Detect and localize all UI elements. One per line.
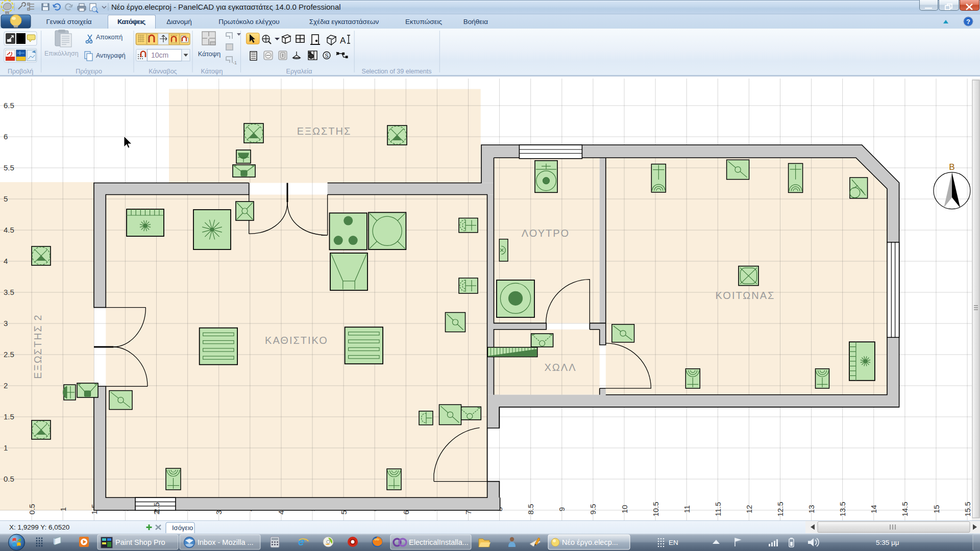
svg-text:13: 13 <box>807 505 816 514</box>
svg-text:ElectricalInstalla...: ElectricalInstalla... <box>409 538 469 546</box>
svg-text:2.5: 2.5 <box>152 503 161 513</box>
svg-text:15: 15 <box>932 505 941 514</box>
svg-text:10.5: 10.5 <box>651 502 660 516</box>
svg-text:Πρωτόκολο ελέγχου: Πρωτόκολο ελέγχου <box>218 18 279 26</box>
svg-text:EN: EN <box>669 539 678 546</box>
svg-text:Αποκοπή: Αποκοπή <box>96 34 122 41</box>
svg-text:10cm: 10cm <box>151 51 168 59</box>
svg-text:X: 1,9299 Y: 6,0520: X: 1,9299 Y: 6,0520 <box>9 523 69 531</box>
svg-text:Ισόγειο: Ισόγειο <box>172 524 193 532</box>
svg-text:Γενικά στοιχεία: Γενικά στοιχεία <box>46 18 91 26</box>
svg-text:15.5: 15.5 <box>963 502 972 516</box>
svg-text:9.5: 9.5 <box>589 504 597 515</box>
svg-text:5: 5 <box>4 194 8 203</box>
svg-text:14: 14 <box>869 505 878 514</box>
svg-text:Διανομή: Διανομή <box>166 18 191 26</box>
svg-text:Paint Shop Pro: Paint Shop Pro <box>115 538 165 546</box>
svg-text:1: 1 <box>4 443 8 452</box>
svg-text:9: 9 <box>557 507 566 511</box>
svg-text:ΧΩΛΛ: ΧΩΛΛ <box>544 362 576 373</box>
svg-text:0.5: 0.5 <box>28 504 36 515</box>
svg-text:e: e <box>298 535 304 548</box>
svg-text:Κάτοψη: Κάτοψη <box>198 50 221 58</box>
svg-text:Κάτοψη: Κάτοψη <box>201 68 223 75</box>
svg-text:3: 3 <box>4 319 8 328</box>
svg-text:Εκτυπώσεις: Εκτυπώσεις <box>405 18 442 26</box>
svg-text:ΛΟΥΤΡΟ: ΛΟΥΤΡΟ <box>522 228 570 239</box>
svg-text:Πρόχειρο: Πρόχειρο <box>76 68 102 75</box>
svg-text:Κάνναβος: Κάνναβος <box>149 68 177 75</box>
svg-text:Νέο έργο.elecp...: Νέο έργο.elecp... <box>562 538 618 546</box>
svg-text:Επικόλληση: Επικόλληση <box>44 50 79 57</box>
svg-text:?: ? <box>966 18 970 26</box>
svg-text:2.5: 2.5 <box>4 350 14 359</box>
svg-text:4: 4 <box>4 257 8 265</box>
svg-text:Inbox - Mozilla ...: Inbox - Mozilla ... <box>198 538 254 546</box>
svg-text:11.5: 11.5 <box>714 502 722 516</box>
svg-text:-1: -1 <box>233 60 237 65</box>
svg-text:B: B <box>949 162 954 172</box>
svg-text:3.5: 3.5 <box>4 288 14 296</box>
svg-text:Σχέδια εγκαταστάσεων: Σχέδια εγκαταστάσεων <box>309 18 379 26</box>
svg-text:13.5: 13.5 <box>838 502 847 516</box>
svg-text:1.5: 1.5 <box>4 412 14 421</box>
svg-text:Αντιγραφή: Αντιγραφή <box>96 52 126 59</box>
svg-text:0.5: 0.5 <box>4 474 14 483</box>
svg-text:11: 11 <box>682 505 691 513</box>
svg-text:10: 10 <box>620 505 629 514</box>
svg-text:12.5: 12.5 <box>776 502 785 516</box>
svg-text:Selection of 39 elements: Selection of 39 elements <box>362 68 432 75</box>
svg-text:ΕΞΩΣΤΗΣ 2: ΕΞΩΣΤΗΣ 2 <box>32 314 43 379</box>
svg-text:S: S <box>325 53 329 59</box>
svg-text:6.5: 6.5 <box>4 101 14 110</box>
svg-text:Βοήθεια: Βοήθεια <box>463 18 488 26</box>
svg-text:6: 6 <box>4 132 8 141</box>
svg-text:1: 1 <box>59 507 67 511</box>
svg-text:Εργαλεία: Εργαλεία <box>286 68 312 75</box>
svg-text:ΚΟΙΤΩΝΑΣ: ΚΟΙΤΩΝΑΣ <box>716 290 775 301</box>
svg-text:4.5: 4.5 <box>4 226 14 234</box>
svg-text:Κατόψεις: Κατόψεις <box>117 18 145 26</box>
svg-text:A: A <box>340 36 346 45</box>
svg-text:5.5: 5.5 <box>4 163 14 172</box>
svg-text:12: 12 <box>745 505 753 514</box>
svg-text:8.5: 8.5 <box>526 504 535 515</box>
svg-text:2: 2 <box>4 381 8 390</box>
svg-text:ΕΞΩΣΤΗΣ: ΕΞΩΣΤΗΣ <box>297 126 352 137</box>
svg-text:Προβολή: Προβολή <box>8 68 33 75</box>
svg-text:14.5: 14.5 <box>900 502 909 516</box>
svg-text:ΚΑΘΙΣΤΙΚΟ: ΚΑΘΙΣΤΙΚΟ <box>265 335 328 346</box>
svg-text:5:35 μμ: 5:35 μμ <box>876 539 899 546</box>
